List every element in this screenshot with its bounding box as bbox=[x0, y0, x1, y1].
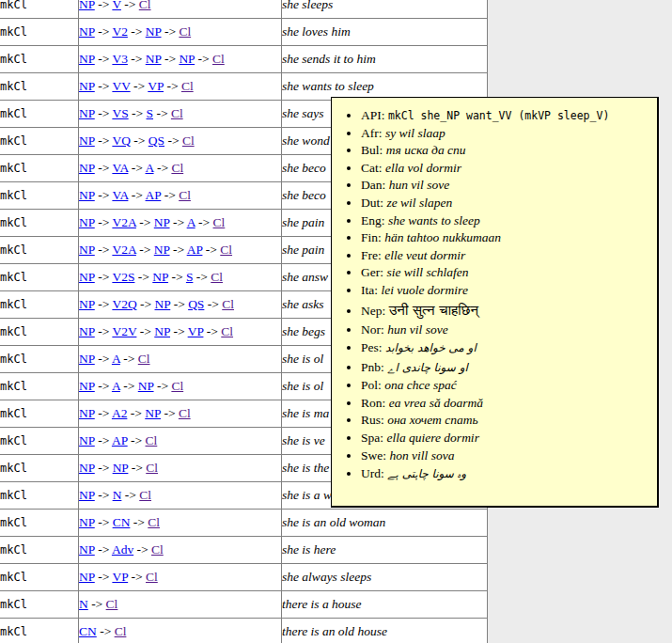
category-link-v2s[interactable]: V2S bbox=[112, 270, 134, 284]
category-link-np[interactable]: NP bbox=[79, 461, 95, 475]
category-link-cl[interactable]: Cl bbox=[221, 324, 233, 338]
category-link-cl[interactable]: Cl bbox=[179, 24, 191, 39]
category-link-np[interactable]: NP bbox=[79, 133, 95, 148]
category-link-cl[interactable]: Cl bbox=[220, 243, 232, 257]
category-link-cl[interactable]: Cl bbox=[148, 515, 160, 529]
category-link-np[interactable]: NP bbox=[79, 215, 95, 229]
category-link-cl[interactable]: Cl bbox=[139, 488, 151, 502]
category-link-ap[interactable]: AP bbox=[187, 243, 203, 257]
category-link-np[interactable]: NP bbox=[155, 297, 171, 311]
category-link-vq[interactable]: VQ bbox=[112, 133, 131, 148]
category-link-np[interactable]: NP bbox=[145, 406, 161, 420]
category-link-cl[interactable]: Cl bbox=[146, 433, 158, 447]
example-cell: there is a house bbox=[282, 591, 488, 619]
arrow-separator: -> bbox=[128, 433, 146, 447]
arrow-separator: -> bbox=[168, 270, 186, 284]
category-link-v2q[interactable]: V2Q bbox=[112, 297, 136, 311]
function-name-cell: mkCl bbox=[0, 101, 79, 128]
category-link-qs[interactable]: QS bbox=[148, 133, 164, 148]
category-link-ap[interactable]: AP bbox=[112, 433, 128, 447]
category-link-np[interactable]: NP bbox=[79, 379, 95, 393]
category-link-np[interactable]: NP bbox=[79, 161, 95, 175]
category-link-np[interactable]: NP bbox=[79, 352, 95, 366]
category-link-cl[interactable]: Cl bbox=[179, 188, 191, 202]
category-link-cl[interactable]: Cl bbox=[146, 570, 158, 584]
category-link-np[interactable]: NP bbox=[146, 24, 162, 39]
category-link-v[interactable]: V bbox=[112, 0, 121, 11]
category-link-a[interactable]: A bbox=[112, 352, 120, 366]
category-link-v2a[interactable]: V2A bbox=[112, 215, 136, 229]
category-link-cl[interactable]: Cl bbox=[181, 79, 194, 93]
table-row: mkClNP -> V -> Clshe sleeps bbox=[0, 0, 488, 19]
category-link-a[interactable]: A bbox=[146, 161, 154, 175]
category-link-np[interactable]: NP bbox=[79, 297, 95, 311]
category-link-vp[interactable]: VP bbox=[148, 79, 164, 93]
category-link-np[interactable]: NP bbox=[79, 570, 95, 584]
category-link-va[interactable]: VA bbox=[112, 188, 128, 202]
category-link-cl[interactable]: Cl bbox=[171, 161, 183, 175]
category-link-cl[interactable]: Cl bbox=[146, 461, 158, 475]
category-link-np[interactable]: NP bbox=[138, 379, 154, 393]
category-link-n[interactable]: N bbox=[79, 597, 88, 611]
category-link-va[interactable]: VA bbox=[112, 161, 128, 175]
translation-item-eng: Eng: she wants to sleep bbox=[361, 212, 651, 230]
category-link-a[interactable]: A bbox=[112, 379, 120, 393]
category-link-np[interactable]: NP bbox=[79, 0, 95, 11]
translations-tooltip: API: mkCl she_NP want_VV (mkVP sleep_V)A… bbox=[331, 97, 659, 508]
category-link-cl[interactable]: Cl bbox=[171, 379, 183, 393]
category-link-cl[interactable]: Cl bbox=[212, 52, 225, 66]
category-link-np[interactable]: NP bbox=[79, 488, 95, 502]
category-link-np[interactable]: NP bbox=[79, 515, 95, 529]
category-link-a[interactable]: A bbox=[187, 215, 195, 229]
category-link-a2[interactable]: A2 bbox=[112, 406, 128, 420]
category-link-np[interactable]: NP bbox=[79, 270, 95, 284]
category-link-np[interactable]: NP bbox=[179, 52, 195, 66]
category-link-np[interactable]: NP bbox=[79, 24, 95, 39]
category-link-v3[interactable]: V3 bbox=[112, 52, 128, 66]
category-link-cl[interactable]: Cl bbox=[115, 624, 127, 638]
category-link-np[interactable]: NP bbox=[113, 461, 129, 475]
category-link-vp[interactable]: VP bbox=[188, 324, 204, 338]
category-link-n[interactable]: N bbox=[113, 488, 122, 502]
category-link-np[interactable]: NP bbox=[79, 106, 95, 120]
category-link-np[interactable]: NP bbox=[79, 52, 95, 66]
category-link-np[interactable]: NP bbox=[79, 542, 95, 557]
category-link-cn[interactable]: CN bbox=[113, 515, 131, 529]
category-link-np[interactable]: NP bbox=[152, 270, 168, 284]
category-link-vs[interactable]: VS bbox=[112, 106, 128, 120]
category-link-cl[interactable]: Cl bbox=[211, 270, 223, 284]
category-link-cl[interactable]: Cl bbox=[171, 106, 183, 120]
category-link-np[interactable]: NP bbox=[146, 52, 162, 66]
category-link-qs[interactable]: QS bbox=[188, 297, 204, 311]
arrow-separator: -> bbox=[121, 0, 139, 11]
category-link-cl[interactable]: Cl bbox=[179, 406, 191, 420]
category-link-cl[interactable]: Cl bbox=[106, 597, 118, 611]
category-link-np[interactable]: NP bbox=[79, 406, 95, 420]
category-link-cn[interactable]: CN bbox=[79, 624, 97, 638]
category-link-cl[interactable]: Cl bbox=[139, 0, 151, 11]
category-link-np[interactable]: NP bbox=[79, 324, 95, 338]
category-link-vv[interactable]: VV bbox=[112, 79, 130, 93]
category-link-cl[interactable]: Cl bbox=[222, 297, 234, 311]
category-link-np[interactable]: NP bbox=[79, 243, 95, 257]
category-link-cl[interactable]: Cl bbox=[138, 352, 150, 366]
category-link-ap[interactable]: AP bbox=[146, 188, 162, 202]
category-link-v2v[interactable]: V2V bbox=[112, 324, 136, 338]
category-link-v2[interactable]: V2 bbox=[112, 24, 128, 39]
category-link-vp[interactable]: VP bbox=[112, 570, 128, 584]
category-link-np[interactable]: NP bbox=[79, 433, 95, 447]
language-code: Pes bbox=[361, 340, 379, 354]
arrow-separator: -> bbox=[170, 297, 188, 311]
translation-text: она хочет спать bbox=[387, 413, 477, 427]
category-link-v2a[interactable]: V2A bbox=[112, 243, 136, 257]
category-link-np[interactable]: NP bbox=[154, 243, 170, 257]
category-link-s[interactable]: S bbox=[147, 106, 154, 120]
category-link-np[interactable]: NP bbox=[154, 324, 170, 338]
category-link-np[interactable]: NP bbox=[154, 215, 170, 229]
category-link-np[interactable]: NP bbox=[79, 188, 95, 202]
category-link-adv[interactable]: Adv bbox=[112, 542, 133, 557]
category-link-np[interactable]: NP bbox=[79, 79, 95, 93]
category-link-cl[interactable]: Cl bbox=[213, 215, 226, 229]
category-link-cl[interactable]: Cl bbox=[182, 133, 195, 148]
category-link-cl[interactable]: Cl bbox=[151, 542, 164, 557]
